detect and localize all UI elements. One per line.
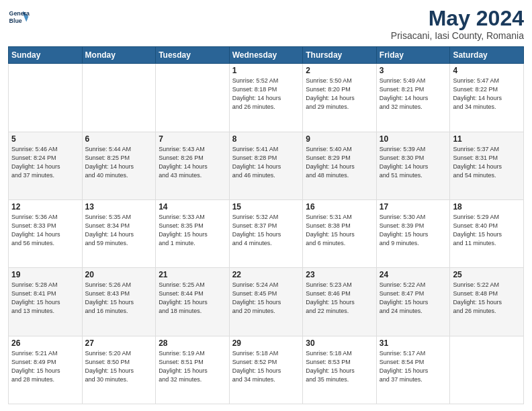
day-number: 6 xyxy=(85,134,153,144)
day-info: Sunrise: 5:43 AM Sunset: 8:26 PM Dayligh… xyxy=(159,145,226,180)
day-info: Sunrise: 5:20 AM Sunset: 8:50 PM Dayligh… xyxy=(85,349,153,384)
table-row: 22Sunrise: 5:24 AM Sunset: 8:45 PM Dayli… xyxy=(229,268,303,336)
day-info: Sunrise: 5:26 AM Sunset: 8:43 PM Dayligh… xyxy=(85,281,153,316)
calendar-week-2: 5Sunrise: 5:46 AM Sunset: 8:24 PM Daylig… xyxy=(9,132,524,199)
day-number: 24 xyxy=(380,270,447,279)
table-row: 20Sunrise: 5:26 AM Sunset: 8:43 PM Dayli… xyxy=(82,268,156,336)
day-info: Sunrise: 5:44 AM Sunset: 8:25 PM Dayligh… xyxy=(85,145,153,180)
day-info: Sunrise: 5:47 AM Sunset: 8:22 PM Dayligh… xyxy=(453,77,521,111)
table-row: 5Sunrise: 5:46 AM Sunset: 8:24 PM Daylig… xyxy=(9,132,83,199)
main-title: May 2024 xyxy=(391,7,524,30)
day-info: Sunrise: 5:17 AM Sunset: 8:54 PM Dayligh… xyxy=(380,349,447,384)
day-info: Sunrise: 5:46 AM Sunset: 8:24 PM Dayligh… xyxy=(11,145,79,180)
table-row: 6Sunrise: 5:44 AM Sunset: 8:25 PM Daylig… xyxy=(82,132,156,199)
table-row: 9Sunrise: 5:40 AM Sunset: 8:29 PM Daylig… xyxy=(303,132,377,199)
table-row: 17Sunrise: 5:30 AM Sunset: 8:39 PM Dayli… xyxy=(376,199,450,267)
day-info: Sunrise: 5:29 AM Sunset: 8:40 PM Dayligh… xyxy=(453,213,521,248)
day-number: 3 xyxy=(380,66,447,75)
table-row: 30Sunrise: 5:18 AM Sunset: 8:53 PM Dayli… xyxy=(303,336,377,404)
day-number: 4 xyxy=(453,66,521,75)
table-row: 29Sunrise: 5:18 AM Sunset: 8:52 PM Dayli… xyxy=(229,336,303,404)
day-number: 21 xyxy=(159,270,226,279)
day-number: 8 xyxy=(232,134,300,144)
table-row: 16Sunrise: 5:31 AM Sunset: 8:38 PM Dayli… xyxy=(303,199,377,267)
day-number: 23 xyxy=(306,270,373,279)
logo: General Blue xyxy=(8,7,30,28)
table-row: 19Sunrise: 5:28 AM Sunset: 8:41 PM Dayli… xyxy=(9,268,83,336)
day-info: Sunrise: 5:50 AM Sunset: 8:20 PM Dayligh… xyxy=(306,77,373,111)
table-row xyxy=(450,336,524,404)
table-row: 4Sunrise: 5:47 AM Sunset: 8:22 PM Daylig… xyxy=(450,64,524,132)
table-row: 8Sunrise: 5:41 AM Sunset: 8:28 PM Daylig… xyxy=(229,132,303,199)
day-number: 25 xyxy=(453,270,521,279)
page: General Blue May 2024 Prisacani, Iasi Co… xyxy=(0,0,532,411)
table-row: 11Sunrise: 5:37 AM Sunset: 8:31 PM Dayli… xyxy=(450,132,524,199)
calendar-week-1: 1Sunrise: 5:52 AM Sunset: 8:18 PM Daylig… xyxy=(9,64,524,132)
calendar-week-3: 12Sunrise: 5:36 AM Sunset: 8:33 PM Dayli… xyxy=(9,199,524,267)
subtitle: Prisacani, Iasi County, Romania xyxy=(391,30,524,41)
table-row: 2Sunrise: 5:50 AM Sunset: 8:20 PM Daylig… xyxy=(303,64,377,132)
day-number: 31 xyxy=(380,338,447,348)
day-info: Sunrise: 5:22 AM Sunset: 8:48 PM Dayligh… xyxy=(453,281,521,316)
table-row: 24Sunrise: 5:22 AM Sunset: 8:47 PM Dayli… xyxy=(376,268,450,336)
day-info: Sunrise: 5:36 AM Sunset: 8:33 PM Dayligh… xyxy=(11,213,79,248)
day-number: 27 xyxy=(85,338,153,348)
day-info: Sunrise: 5:23 AM Sunset: 8:46 PM Dayligh… xyxy=(306,281,373,316)
table-row: 13Sunrise: 5:35 AM Sunset: 8:34 PM Dayli… xyxy=(82,199,156,267)
day-info: Sunrise: 5:52 AM Sunset: 8:18 PM Dayligh… xyxy=(232,77,300,111)
table-row xyxy=(9,64,83,132)
table-row: 3Sunrise: 5:49 AM Sunset: 8:21 PM Daylig… xyxy=(376,64,450,132)
table-row: 31Sunrise: 5:17 AM Sunset: 8:54 PM Dayli… xyxy=(376,336,450,404)
table-row: 28Sunrise: 5:19 AM Sunset: 8:51 PM Dayli… xyxy=(156,336,230,404)
svg-text:Blue: Blue xyxy=(9,17,22,24)
title-block: May 2024 Prisacani, Iasi County, Romania xyxy=(391,7,524,41)
day-number: 22 xyxy=(232,270,300,279)
day-info: Sunrise: 5:40 AM Sunset: 8:29 PM Dayligh… xyxy=(306,145,373,180)
col-header-sunday: Sunday xyxy=(9,47,83,64)
day-info: Sunrise: 5:37 AM Sunset: 8:31 PM Dayligh… xyxy=(453,145,521,180)
table-row: 12Sunrise: 5:36 AM Sunset: 8:33 PM Dayli… xyxy=(9,199,83,267)
day-number: 11 xyxy=(453,134,521,144)
day-number: 7 xyxy=(159,134,226,144)
day-info: Sunrise: 5:22 AM Sunset: 8:47 PM Dayligh… xyxy=(380,281,447,316)
table-row: 25Sunrise: 5:22 AM Sunset: 8:48 PM Dayli… xyxy=(450,268,524,336)
day-number: 5 xyxy=(11,134,79,144)
day-info: Sunrise: 5:18 AM Sunset: 8:52 PM Dayligh… xyxy=(232,349,300,384)
col-header-friday: Friday xyxy=(376,47,450,64)
day-number: 18 xyxy=(453,202,521,212)
day-info: Sunrise: 5:49 AM Sunset: 8:21 PM Dayligh… xyxy=(380,77,447,111)
day-number: 10 xyxy=(380,134,447,144)
col-header-wednesday: Wednesday xyxy=(229,47,303,64)
day-number: 1 xyxy=(232,66,300,75)
day-number: 30 xyxy=(306,338,373,348)
table-row: 26Sunrise: 5:21 AM Sunset: 8:49 PM Dayli… xyxy=(9,336,83,404)
day-info: Sunrise: 5:28 AM Sunset: 8:41 PM Dayligh… xyxy=(11,281,79,316)
day-number: 19 xyxy=(11,270,79,279)
day-number: 29 xyxy=(232,338,300,348)
table-row: 14Sunrise: 5:33 AM Sunset: 8:35 PM Dayli… xyxy=(156,199,230,267)
col-header-tuesday: Tuesday xyxy=(156,47,230,64)
day-number: 15 xyxy=(232,202,300,212)
day-info: Sunrise: 5:35 AM Sunset: 8:34 PM Dayligh… xyxy=(85,213,153,248)
day-number: 16 xyxy=(306,202,373,212)
day-number: 17 xyxy=(380,202,447,212)
day-info: Sunrise: 5:41 AM Sunset: 8:28 PM Dayligh… xyxy=(232,145,300,180)
table-row: 15Sunrise: 5:32 AM Sunset: 8:37 PM Dayli… xyxy=(229,199,303,267)
day-info: Sunrise: 5:21 AM Sunset: 8:49 PM Dayligh… xyxy=(11,349,79,384)
table-row: 21Sunrise: 5:25 AM Sunset: 8:44 PM Dayli… xyxy=(156,268,230,336)
calendar-header-row: Sunday Monday Tuesday Wednesday Thursday… xyxy=(9,47,524,64)
col-header-monday: Monday xyxy=(82,47,156,64)
table-row: 23Sunrise: 5:23 AM Sunset: 8:46 PM Dayli… xyxy=(303,268,377,336)
calendar-table: Sunday Monday Tuesday Wednesday Thursday… xyxy=(8,46,524,404)
table-row: 1Sunrise: 5:52 AM Sunset: 8:18 PM Daylig… xyxy=(229,64,303,132)
day-number: 14 xyxy=(159,202,226,212)
day-number: 26 xyxy=(11,338,79,348)
calendar-week-5: 26Sunrise: 5:21 AM Sunset: 8:49 PM Dayli… xyxy=(9,336,524,404)
day-number: 12 xyxy=(11,202,79,212)
day-info: Sunrise: 5:39 AM Sunset: 8:30 PM Dayligh… xyxy=(380,145,447,180)
day-number: 2 xyxy=(306,66,373,75)
day-number: 13 xyxy=(85,202,153,212)
table-row xyxy=(82,64,156,132)
table-row: 10Sunrise: 5:39 AM Sunset: 8:30 PM Dayli… xyxy=(376,132,450,199)
table-row: 18Sunrise: 5:29 AM Sunset: 8:40 PM Dayli… xyxy=(450,199,524,267)
